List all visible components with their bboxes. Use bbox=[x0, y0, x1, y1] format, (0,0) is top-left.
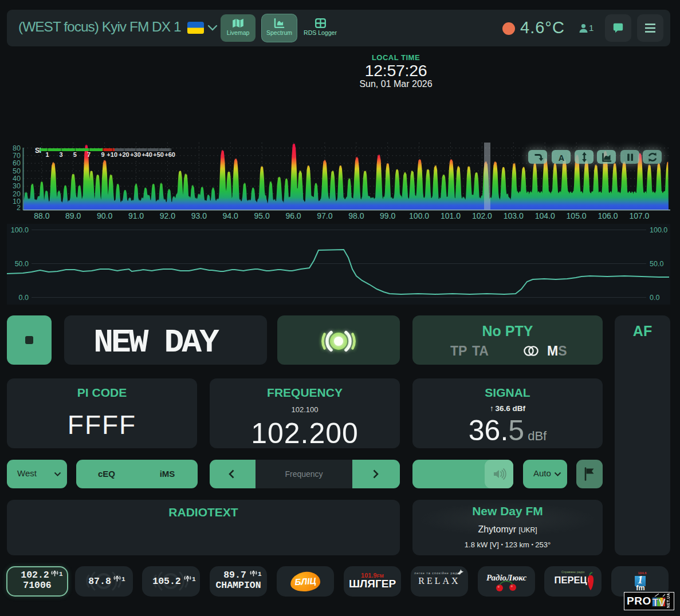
svg-text:90.0: 90.0 bbox=[97, 211, 112, 220]
svg-text:50.0: 50.0 bbox=[650, 260, 663, 268]
svg-text:88.0: 88.0 bbox=[34, 211, 49, 220]
svg-text:1: 1 bbox=[121, 576, 125, 582]
svg-text:95.0: 95.0 bbox=[254, 211, 269, 220]
svg-text:+40: +40 bbox=[141, 151, 152, 158]
svg-text:102.0: 102.0 bbox=[472, 211, 492, 220]
svg-text:50: 50 bbox=[13, 167, 21, 175]
svg-text:TV: TV bbox=[652, 597, 665, 609]
svg-text:96.0: 96.0 bbox=[285, 211, 301, 220]
svg-text:94.0: 94.0 bbox=[223, 211, 238, 220]
svg-text:98.0: 98.0 bbox=[348, 211, 364, 220]
svg-text:80: 80 bbox=[13, 144, 21, 152]
svg-text:99.0: 99.0 bbox=[380, 211, 395, 220]
svg-text:93.0: 93.0 bbox=[191, 211, 207, 220]
svg-text:S: S bbox=[35, 147, 40, 155]
svg-text:9: 9 bbox=[101, 151, 105, 158]
svg-text:+20: +20 bbox=[119, 151, 129, 158]
svg-text:100.0: 100.0 bbox=[11, 226, 29, 234]
svg-text:100.0: 100.0 bbox=[650, 226, 667, 234]
svg-text:0.0: 0.0 bbox=[19, 294, 29, 302]
svg-text:91.0: 91.0 bbox=[128, 211, 144, 220]
svg-text:2: 2 bbox=[17, 204, 21, 212]
svg-text:106.0: 106.0 bbox=[598, 211, 618, 220]
svg-text:+50: +50 bbox=[153, 151, 164, 158]
svg-text:+10: +10 bbox=[107, 151, 117, 158]
svg-text:100.0: 100.0 bbox=[409, 211, 429, 220]
svg-text:104.0: 104.0 bbox=[535, 211, 555, 220]
svg-text:A: A bbox=[558, 153, 564, 162]
svg-text:5: 5 bbox=[73, 151, 77, 158]
svg-text:92.0: 92.0 bbox=[160, 211, 175, 220]
svg-text:3: 3 bbox=[59, 151, 62, 158]
svg-text:97.0: 97.0 bbox=[317, 211, 332, 220]
svg-text:50.0: 50.0 bbox=[15, 260, 29, 268]
svg-text:1: 1 bbox=[192, 576, 196, 582]
svg-text:1: 1 bbox=[258, 571, 262, 577]
svg-text:1: 1 bbox=[59, 571, 63, 577]
svg-text:0.0: 0.0 bbox=[650, 294, 659, 302]
svg-text:107.0: 107.0 bbox=[629, 211, 649, 220]
svg-text:+30: +30 bbox=[130, 151, 141, 158]
svg-text:7: 7 bbox=[87, 151, 91, 158]
svg-text:105.0: 105.0 bbox=[567, 211, 587, 220]
svg-text:1: 1 bbox=[45, 151, 49, 158]
svg-text:20: 20 bbox=[13, 190, 21, 198]
svg-text:60: 60 bbox=[13, 159, 21, 167]
svg-text:101.0: 101.0 bbox=[441, 211, 461, 220]
svg-text:70: 70 bbox=[13, 152, 21, 160]
svg-text:89.0: 89.0 bbox=[65, 211, 81, 220]
svg-text:+60: +60 bbox=[164, 151, 175, 158]
svg-text:30: 30 bbox=[13, 182, 21, 190]
svg-text:103.0: 103.0 bbox=[504, 211, 524, 220]
svg-text:40: 40 bbox=[13, 175, 21, 183]
